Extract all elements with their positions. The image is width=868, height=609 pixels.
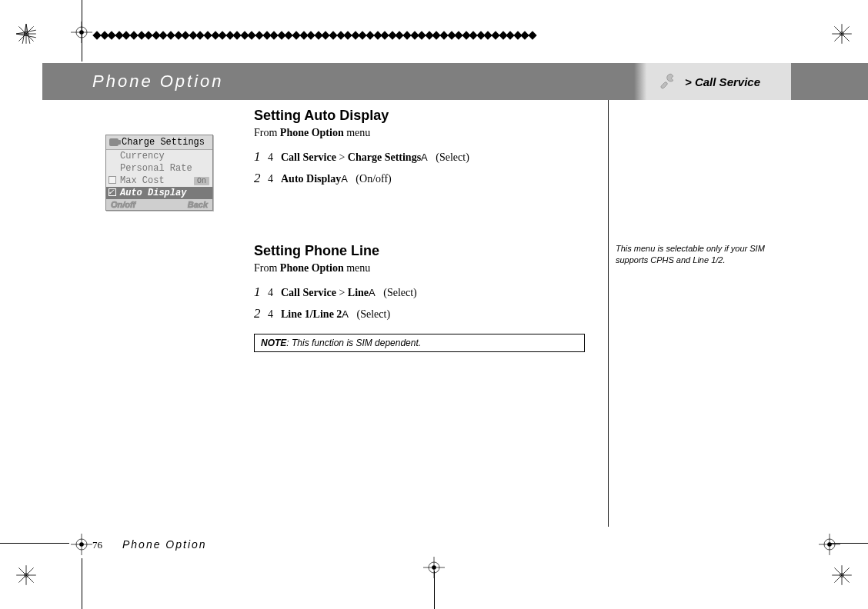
step-dpad-icon: 4 bbox=[268, 149, 273, 165]
sunburst-icon bbox=[830, 563, 854, 587]
trim-line bbox=[0, 543, 69, 544]
step-number: 1 bbox=[254, 147, 268, 167]
registration-mark-icon bbox=[819, 534, 840, 555]
section-heading: Setting Auto Display bbox=[254, 108, 608, 124]
softkey-right: Back bbox=[188, 200, 208, 209]
sunburst-icon bbox=[830, 22, 854, 46]
step-number: 2 bbox=[254, 304, 268, 324]
page-title: Phone Option bbox=[92, 72, 224, 92]
step-number: 2 bbox=[254, 168, 268, 188]
sunburst-icon bbox=[14, 22, 38, 46]
instruction-step: 24Line 1/Line 2A (Select) bbox=[254, 304, 608, 324]
section-heading: Setting Phone Line bbox=[254, 243, 608, 259]
phone-screen-title: Charge Settings bbox=[106, 135, 212, 150]
checkbox-checked-icon bbox=[108, 188, 116, 196]
decorative-diamond-strip bbox=[94, 31, 537, 40]
step-dpad-icon: 4 bbox=[268, 171, 273, 187]
step-number: 1 bbox=[254, 282, 268, 302]
from-line: From Phone Option menu bbox=[254, 127, 608, 139]
note-text: : This function is SIM dependent. bbox=[286, 338, 421, 348]
charge-icon bbox=[109, 138, 119, 146]
from-line: From Phone Option menu bbox=[254, 262, 608, 275]
status-badge: On bbox=[194, 177, 209, 185]
step-dpad-icon: 4 bbox=[268, 306, 273, 322]
trim-line bbox=[434, 571, 435, 609]
phone-menu-item-max-cost: Max Cost On bbox=[106, 175, 212, 187]
phone-softkeys: On/off Back bbox=[106, 199, 212, 210]
instruction-step: 14Call Service > Charge SettingsA (Selec… bbox=[254, 147, 608, 167]
divider-line bbox=[608, 100, 609, 527]
note-box: NOTE: This function is SIM dependent. bbox=[254, 334, 585, 352]
svg-rect-48 bbox=[660, 82, 668, 89]
step-dpad-icon: 4 bbox=[268, 285, 273, 301]
sidebar-note: This menu is selectable only if your SIM… bbox=[616, 243, 770, 266]
main-content: Setting Auto Display From Phone Option m… bbox=[254, 108, 608, 352]
footer-title: Phone Option bbox=[122, 538, 207, 551]
phone-screen-title-text: Charge Settings bbox=[122, 137, 205, 148]
page-header: Phone Option > Call Service bbox=[42, 63, 868, 100]
phone-menu-item-selected: Auto Display bbox=[106, 187, 212, 199]
phone-screen-mock: Charge Settings Currency Personal Rate M… bbox=[105, 135, 213, 211]
sunburst-icon bbox=[14, 563, 38, 587]
page-footer: 76 Phone Option bbox=[92, 538, 207, 551]
phone-menu-item: Currency bbox=[106, 150, 212, 162]
page-number: 76 bbox=[92, 539, 102, 551]
wrench-icon bbox=[657, 71, 679, 92]
softkey-left: On/off bbox=[111, 200, 135, 209]
phone-menu-label: Auto Display bbox=[120, 188, 186, 198]
trim-line bbox=[830, 543, 868, 544]
registration-mark-icon bbox=[71, 534, 92, 555]
phone-menu-label: Max Cost bbox=[120, 175, 165, 186]
note-label: NOTE bbox=[261, 338, 286, 348]
trim-line bbox=[82, 0, 82, 62]
breadcrumb-area: > Call Service bbox=[634, 63, 791, 100]
trim-line bbox=[82, 558, 82, 609]
instruction-step: 14Call Service > LineA (Select) bbox=[254, 282, 608, 302]
breadcrumb: > Call Service bbox=[685, 75, 760, 88]
checkbox-icon bbox=[108, 176, 116, 184]
phone-menu-item: Personal Rate bbox=[106, 162, 212, 175]
instruction-step: 24Auto DisplayA (On/off) bbox=[254, 168, 608, 188]
